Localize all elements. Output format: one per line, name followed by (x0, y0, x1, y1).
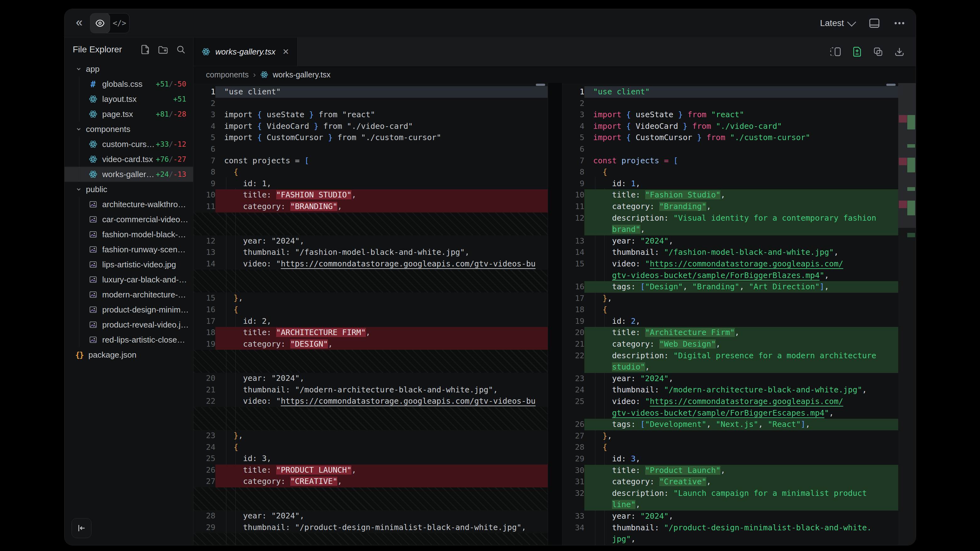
tree-file-product-design-minim-[interactable]: product-design-minim… (65, 302, 193, 317)
code-line[interactable]: 33 year: "2024", (562, 511, 898, 522)
close-icon[interactable]: ✕ (281, 47, 290, 57)
tab-works-gallery[interactable]: works-gallery.tsx ✕ (193, 38, 298, 66)
code-line[interactable]: brand", (562, 224, 898, 235)
code-line[interactable]: 17 }, (562, 293, 898, 304)
tree-file-video-card.tsx[interactable]: video-card.tsx+76/-27 (65, 152, 193, 167)
code-line[interactable]: 7const projects = [ (562, 155, 898, 167)
tree-file-architecture-walkthro-[interactable]: architecture-walkthro… (65, 197, 193, 212)
code-line[interactable]: 22 description: "Digital presence for a … (562, 350, 898, 362)
diff-overview-gutter[interactable] (898, 83, 916, 545)
code-line[interactable]: 3import { useState } from "react" (193, 109, 548, 121)
code-line[interactable]: gtv-videos-bucket/sample/ForBiggerEscape… (562, 408, 898, 419)
more-options-button[interactable] (894, 21, 905, 25)
code-line[interactable]: 12 year: "2024", (193, 235, 548, 247)
code-line[interactable]: 16 tags: ["Design", "Branding", "Art Dir… (562, 281, 898, 293)
code-line[interactable]: 4import { VideoCard } from "./video-card… (562, 121, 898, 132)
code-line[interactable]: 8 { (562, 167, 898, 178)
search-icon[interactable] (176, 44, 186, 54)
code-line[interactable]: 9 id: 1, (193, 178, 548, 190)
code-line[interactable]: studio", (562, 361, 898, 373)
code-line[interactable]: 32 description: "Launch campaign for a m… (562, 488, 898, 499)
code-line[interactable]: 4import { VideoCard } from "./video-card… (193, 121, 548, 132)
code-line[interactable]: 18 title: "ARCHITECTURE FIRM", (193, 327, 548, 338)
scrollbar-thumb[interactable] (536, 84, 545, 86)
code-line[interactable]: 25 id: 3, (193, 453, 548, 465)
tree-folder-components[interactable]: components (65, 122, 193, 137)
code-line[interactable]: 10 title: "FASHION STUDIO", (193, 189, 548, 201)
code-line[interactable]: 8 { (193, 167, 548, 178)
diff-pane-original[interactable]: 1"use client"23import { useState } from … (193, 83, 548, 545)
breadcrumb-file[interactable]: works-gallery.tsx (273, 70, 331, 79)
code-line[interactable]: 15 video: "https://commondatastorage.goo… (562, 258, 898, 270)
code-line[interactable]: 5import { CustomCursor } from "./custom-… (193, 132, 548, 143)
code-line[interactable]: 13 thumbnail: "/fashion-model-black-and-… (193, 247, 548, 258)
tree-file-package.json[interactable]: {}package.json (65, 347, 193, 362)
tree-file-works-galler-[interactable]: works-galler…+24/-13 (65, 167, 193, 182)
code-line[interactable]: 22 video: "https://commondatastorage.goo… (193, 395, 548, 407)
code-line[interactable]: 28 { (562, 441, 898, 453)
code-line[interactable]: 31 category: "Creative", (562, 476, 898, 488)
code-line[interactable]: 1"use client" (562, 86, 898, 98)
code-line[interactable]: gtv-videos-bucket/sample/ForBiggerBlazes… (562, 270, 898, 281)
tree-file-fashion-model-black-[interactable]: fashion-model-black-… (65, 227, 193, 242)
code-line[interactable]: 9 id: 1, (562, 178, 898, 190)
layout-panel-button[interactable] (869, 18, 880, 28)
collapse-panel-icon[interactable]: « (75, 16, 86, 30)
code-line[interactable]: 25 video: "https://commondatastorage.goo… (562, 396, 898, 408)
tree-file-globals.css[interactable]: #globals.css+51/-50 (65, 76, 193, 92)
code-line[interactable]: 3import { useState } from "react" (562, 109, 898, 121)
code-line[interactable]: 26 title: "PRODUCT LAUNCH", (193, 465, 548, 476)
collapse-sidebar-button[interactable] (72, 518, 92, 538)
code-line[interactable]: 17 id: 2, (193, 316, 548, 327)
tree-file-custom-curs-[interactable]: custom-curs…+33/-12 (65, 137, 193, 152)
code-line[interactable]: 14 video: "https://commondatastorage.goo… (193, 258, 548, 270)
code-line[interactable]: 16 { (193, 304, 548, 316)
tree-file-fashion-runway-scen-[interactable]: fashion-runway-scen… (65, 242, 193, 257)
code-line[interactable]: 29 id: 3, (562, 453, 898, 465)
code-line[interactable]: 2 (193, 98, 548, 110)
code-line[interactable]: 2 (562, 98, 898, 110)
code-line[interactable]: 11 category: "Branding", (562, 201, 898, 213)
version-dropdown[interactable]: Latest (820, 18, 855, 28)
code-line[interactable]: 20 year: "2024", (193, 373, 548, 384)
scrollbar-thumb[interactable] (886, 84, 896, 86)
tree-folder-app[interactable]: app (65, 62, 193, 76)
code-line[interactable]: jpg", (562, 534, 898, 545)
code-line[interactable]: 24 { (193, 441, 548, 453)
code-line[interactable]: 11 category: "BRANDING", (193, 201, 548, 213)
code-line[interactable]: 19 id: 2, (562, 316, 898, 327)
code-line[interactable]: 10 title: "Fashion Studio", (562, 189, 898, 201)
pane-divider[interactable] (548, 83, 562, 545)
tree-file-product-reveal-video.j-[interactable]: product-reveal-video.j… (65, 317, 193, 332)
tree-file-modern-architecture-[interactable]: modern-architecture-… (65, 287, 193, 302)
code-line[interactable]: 21 category: "Web Design", (562, 338, 898, 350)
code-line[interactable]: 23 year: "2024", (562, 373, 898, 384)
tree-file-lips-artistic-video.jpg[interactable]: lips-artistic-video.jpg (65, 257, 193, 272)
code-line[interactable]: 23 }, (193, 430, 548, 441)
split-editor-button[interactable] (830, 47, 841, 57)
code-line[interactable]: 27 }, (562, 430, 898, 442)
tree-folder-public[interactable]: public (65, 182, 193, 197)
code-line[interactable]: 13 year: "2024", (562, 235, 898, 247)
code-line[interactable]: 6 (193, 143, 548, 155)
tree-file-layout.tsx[interactable]: layout.tsx+51 (65, 92, 193, 106)
preview-toggle-button[interactable] (90, 13, 110, 33)
diff-view-button[interactable] (853, 46, 862, 57)
code-line[interactable]: 30 title: "Product Launch", (562, 465, 898, 476)
tree-file-red-lips-artistic-close-[interactable]: red-lips-artistic-close… (65, 332, 193, 347)
tree-file-car-commercial-video-[interactable]: car-commercial-video… (65, 212, 193, 227)
code-line[interactable]: 14 thumbnail: "/fashion-model-black-and-… (562, 247, 898, 258)
code-line[interactable]: 24 thumbnail: "/modern-architecture-blac… (562, 384, 898, 396)
code-toggle-button[interactable]: </> (110, 13, 129, 33)
code-line[interactable]: 20 title: "Architecture Firm", (562, 327, 898, 338)
tree-file-page.tsx[interactable]: page.tsx+81/-28 (65, 106, 193, 122)
code-line[interactable]: 26 tags: ["Development", "Next.js", "Rea… (562, 419, 898, 430)
new-folder-button[interactable] (158, 44, 168, 54)
code-line[interactable]: 5import { CustomCursor } from "./custom-… (562, 132, 898, 143)
tree-file-luxury-car-black-and-[interactable]: luxury-car-black-and-… (65, 272, 193, 287)
code-line[interactable]: 15 }, (193, 292, 548, 304)
code-line[interactable]: 34 thumbnail: "/product-design-minimalis… (562, 522, 898, 534)
breadcrumb-folder[interactable]: components (206, 70, 248, 79)
diff-pane-modified[interactable]: 1"use client"23import { useState } from … (562, 83, 898, 545)
code-line[interactable]: 29 thumbnail: "/product-design-minimalis… (193, 522, 548, 534)
